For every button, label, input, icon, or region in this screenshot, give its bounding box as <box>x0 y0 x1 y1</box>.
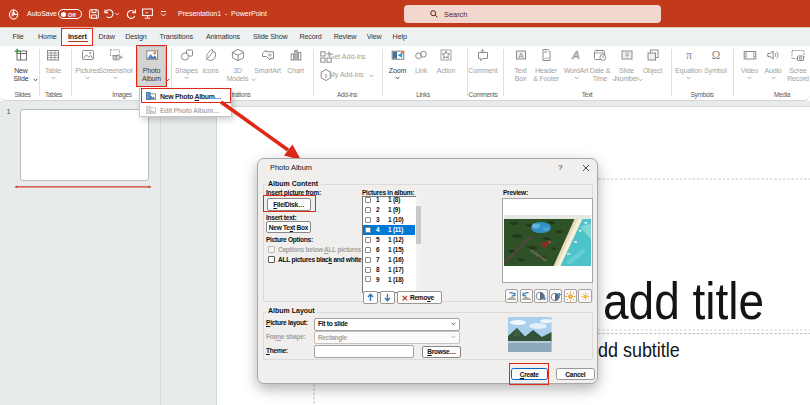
svg-text:π: π <box>685 48 691 62</box>
svg-text:A: A <box>571 49 579 61</box>
svg-text:#: # <box>625 51 629 58</box>
svg-text:A: A <box>518 51 523 60</box>
svg-text:Ω: Ω <box>711 49 720 61</box>
